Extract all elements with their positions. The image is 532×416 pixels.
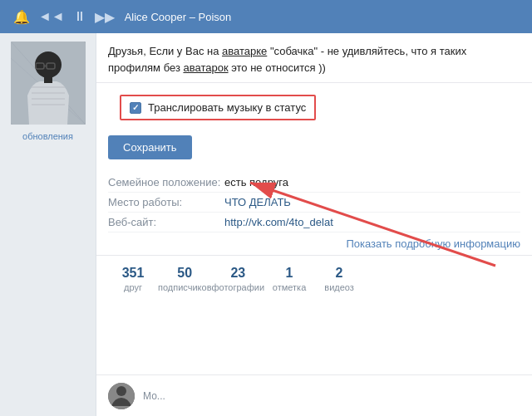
prev-icon[interactable]: ◄◄ [38, 9, 65, 24]
bell-icon[interactable]: 🔔 [13, 9, 30, 25]
stat-friends-label: друг [124, 282, 142, 292]
music-status-label: Транслировать музыку в статус [148, 101, 306, 114]
stat-marks-number: 1 [286, 266, 293, 281]
avatar-image [11, 42, 86, 125]
left-sidebar: обновления [0, 33, 96, 416]
profile-info: Семейное положение: есть подруга Место р… [96, 173, 532, 232]
post-text-avatarок: аватарок [183, 61, 228, 74]
info-value-work[interactable]: ЧТО ДЕЛАТЬ [224, 196, 291, 208]
stat-videos-label: видеоз [324, 282, 354, 292]
stat-friends[interactable]: 351 друг [108, 266, 158, 292]
info-value-website[interactable]: http://vk.com/4to_delat [224, 216, 333, 228]
stat-friends-number: 351 [122, 266, 145, 281]
next-icon[interactable]: ▶▶ [95, 9, 115, 25]
media-controls[interactable]: 🔔 ◄◄ ⏸ ▶▶ [13, 9, 115, 25]
bottom-update-text: Мо... [143, 390, 165, 402]
music-status-box[interactable]: Транслировать музыку в статус [120, 95, 316, 120]
now-playing-title: Alice Cooper – Poison [125, 11, 232, 23]
stat-subscribers[interactable]: 50 подписчиков [158, 266, 212, 292]
bottom-avatar [108, 383, 135, 409]
bottom-avatar-image [108, 383, 135, 409]
info-label-work: Место работы: [108, 196, 224, 208]
post-text: Друзья, Если у Вас на аватарке "собачка"… [108, 43, 520, 76]
stat-marks-label: отметка [273, 282, 306, 292]
stat-videos[interactable]: 2 видеоз [314, 266, 364, 292]
info-row-work: Место работы: ЧТО ДЕЛАТЬ [108, 193, 520, 213]
pause-icon[interactable]: ⏸ [73, 9, 86, 24]
stat-photos-label: фотографии [212, 282, 265, 292]
svg-point-13 [116, 386, 126, 396]
info-label-family: Семейное положение: [108, 176, 224, 188]
svg-point-3 [35, 51, 62, 78]
stat-subscribers-label: подписчиков [158, 282, 212, 292]
info-row-family: Семейное положение: есть подруга [108, 173, 520, 193]
profile-avatar[interactable] [11, 42, 86, 125]
updates-label[interactable]: обновления [22, 131, 73, 141]
show-more-link[interactable]: Показать подробную информацию [96, 232, 532, 255]
info-value-family: есть подруга [224, 176, 288, 188]
music-status-container: Транслировать музыку в статус [96, 83, 532, 129]
top-bar: 🔔 ◄◄ ⏸ ▶▶ Alice Cooper – Poison [0, 0, 532, 33]
stat-subscribers-number: 50 [177, 266, 192, 281]
stat-photos-number: 23 [230, 266, 245, 281]
svg-rect-7 [44, 76, 52, 83]
stat-videos-number: 2 [336, 266, 343, 281]
save-button[interactable]: Сохранить [108, 135, 192, 159]
info-label-website: Веб-сайт: [108, 216, 224, 228]
stat-marks[interactable]: 1 отметка [264, 266, 314, 292]
post-area: Друзья, Если у Вас на аватарке "собачка"… [96, 33, 532, 83]
post-text-avatarka: аватарке [222, 45, 267, 57]
music-status-checkbox[interactable] [130, 102, 141, 114]
main-content: обновления Друзья, Если у Вас на аватарк… [0, 33, 532, 416]
save-button-container: Сохранить [108, 135, 192, 159]
stats-bar: 351 друг 50 подписчиков 23 фотографии 1 … [96, 255, 532, 302]
info-row-website: Веб-сайт: http://vk.com/4to_delat [108, 213, 520, 232]
stat-photos[interactable]: 23 фотографии [212, 266, 265, 292]
bottom-strip: Мо... [96, 374, 532, 416]
content-panel: Друзья, Если у Вас на аватарке "собачка"… [96, 33, 532, 416]
